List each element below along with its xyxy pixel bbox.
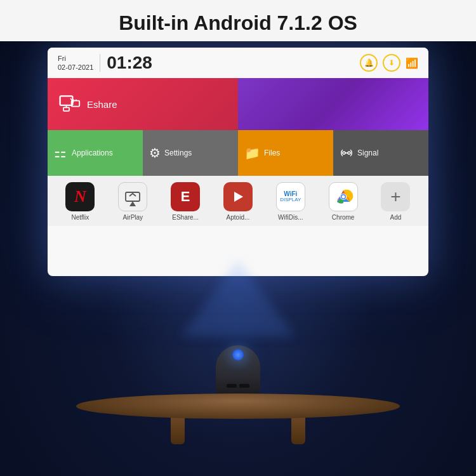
svg-rect-0 — [60, 96, 73, 105]
app-add[interactable]: + Add — [380, 182, 411, 221]
files-icon: 📁 — [244, 145, 260, 161]
chrome-symbol — [332, 185, 355, 208]
signal-icon — [340, 146, 354, 160]
add-label: Add — [390, 214, 402, 221]
tile-eshare[interactable]: Eshare — [48, 78, 238, 130]
wifidisplay-label: WifiDis... — [278, 214, 303, 221]
svg-rect-1 — [63, 107, 69, 110]
airplay-label: AirPlay — [122, 214, 143, 221]
screen-date: Fri 02-07-2021 — [58, 54, 93, 72]
tile-files[interactable]: 📁 Files — [238, 130, 333, 176]
svg-point-14 — [341, 195, 345, 199]
add-icon: + — [381, 182, 410, 211]
airplay-symbol — [123, 187, 142, 206]
settings-gear-icon: ⚙ — [149, 145, 161, 161]
app-aptoid[interactable]: Aptoid... — [222, 182, 254, 221]
app-chrome[interactable]: Chrome — [327, 182, 359, 221]
time-divider — [100, 54, 100, 72]
download-icon: ⬇ — [383, 54, 400, 72]
projector-body-bottom — [216, 377, 260, 395]
eshare-app-label: EShare... — [172, 214, 199, 221]
chrome-label: Chrome — [332, 214, 355, 221]
signal-label: Signal — [357, 149, 378, 157]
files-label: Files — [264, 149, 280, 157]
eshare-row: Eshare — [48, 78, 428, 130]
aptoid-icon — [223, 182, 253, 211]
app-netflix[interactable]: N Netflix — [64, 182, 96, 221]
screen-time: 01:28 — [107, 53, 152, 73]
status-icons: 🔔 ⬇ 📶 — [360, 54, 418, 72]
svg-point-7 — [348, 152, 350, 154]
bell-icon: 🔔 — [360, 54, 378, 72]
netflix-icon: N — [65, 182, 95, 211]
eshare-app-icon: E — [171, 182, 200, 211]
netflix-label: Netflix — [72, 214, 89, 221]
wifi-icon: 📶 — [406, 57, 418, 69]
bottom-apps-bar: N Netflix AirPlay E EShare... — [48, 176, 428, 226]
aptoid-symbol — [229, 188, 247, 206]
app-eshare[interactable]: E EShare... — [169, 182, 201, 221]
tile-settings[interactable]: ⚙ Settings — [143, 130, 238, 176]
aptoid-label: Aptoid... — [227, 214, 250, 221]
eshare-label: Eshare — [87, 99, 117, 110]
wifidisplay-icon: WiFi DISPLAY — [276, 182, 305, 211]
tile-purple — [238, 78, 428, 130]
airplay-icon — [118, 182, 147, 211]
tile-applications[interactable]: ⚏ Applications — [48, 130, 143, 176]
apps-icon: ⚏ — [54, 145, 67, 161]
settings-label: Settings — [164, 149, 192, 157]
app-wifidisplay[interactable]: WiFi DISPLAY WifiDis... — [275, 182, 307, 221]
svg-point-6 — [343, 152, 345, 154]
screen-topbar: Fri 02-07-2021 01:28 🔔 ⬇ 📶 — [48, 48, 428, 78]
apps-label: Applications — [72, 149, 113, 157]
page-title: Built-in Android 7.1.2 OS — [0, 0, 476, 41]
svg-marker-10 — [234, 192, 243, 202]
svg-marker-9 — [129, 201, 136, 206]
eshare-icon — [58, 93, 81, 116]
tile-signal[interactable]: Signal — [333, 130, 428, 176]
projector-screen: Fri 02-07-2021 01:28 🔔 ⬇ 📶 Eshare — [48, 48, 428, 276]
projector-port-1 — [227, 384, 237, 388]
date-time-section: Fri 02-07-2021 01:28 — [58, 53, 152, 73]
chrome-icon — [329, 182, 358, 211]
app-airplay[interactable]: AirPlay — [117, 182, 149, 221]
projector-beam — [181, 260, 295, 336]
apps-row: ⚏ Applications ⚙ Settings 📁 Files Signal — [48, 130, 428, 176]
projector-device — [216, 345, 260, 395]
table-surface — [76, 393, 400, 419]
projector-body-top — [216, 345, 260, 377]
projector-port-2 — [239, 384, 249, 388]
